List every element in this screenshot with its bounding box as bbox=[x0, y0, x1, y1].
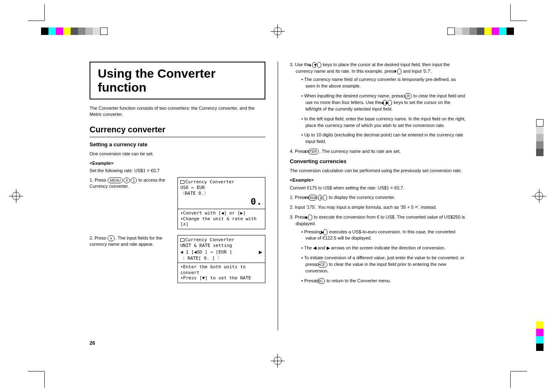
list-item: When inputting the desired currency name… bbox=[302, 93, 466, 113]
screen-text: ◀ 1 [◀SD ] → [EUR ] bbox=[180, 249, 257, 255]
crosshair-icon bbox=[271, 354, 285, 368]
screen-text: Currency Converter bbox=[185, 237, 234, 242]
right-key-icon: ▶ bbox=[388, 100, 392, 106]
crop-mark bbox=[502, 363, 527, 388]
screen-hint: •Press [▼] to set the RATE bbox=[180, 275, 263, 281]
left-column: Using the Converter function The Convert… bbox=[90, 62, 265, 351]
body-text: Set the following rate: US$1 = €0.7 bbox=[90, 168, 265, 174]
list-item: The ◀ and ▶ arrows on the screen indicat… bbox=[302, 245, 466, 251]
down-key-icon: ▼ bbox=[317, 62, 321, 68]
page-content: Using the Converter function The Convert… bbox=[90, 62, 465, 351]
left-key-icon: ◀ bbox=[308, 214, 312, 220]
key-1-icon: 1 bbox=[323, 195, 327, 201]
tab-icon bbox=[180, 238, 184, 242]
section-rule bbox=[90, 137, 265, 137]
list-item: The currency name field of currency conv… bbox=[302, 76, 466, 90]
screen-value: 0. bbox=[180, 196, 263, 208]
intro-text: The Converter function consists of two c… bbox=[90, 105, 265, 118]
list-item: Press ESC to return to the Converter men… bbox=[302, 278, 466, 284]
registration-bottom bbox=[0, 355, 555, 367]
crop-mark bbox=[28, 4, 53, 29]
right-key-icon: ▶ bbox=[323, 229, 327, 235]
step-3: 3. Use the ▲▼ keys to place the cursor a… bbox=[290, 62, 466, 145]
enter-key-icon: ENTER bbox=[308, 149, 319, 154]
screen-text: USD ⇔ EUR bbox=[180, 185, 263, 191]
example-label: <Example> bbox=[90, 160, 265, 166]
step-text: 2. Press bbox=[90, 235, 107, 240]
page-title: Using the Converter function bbox=[98, 67, 257, 95]
step-text: . The currency name and its rate are set… bbox=[319, 149, 401, 154]
step-text: and input '0.7'. bbox=[402, 69, 432, 74]
tab-icon bbox=[180, 180, 184, 184]
step-4: 4. Press ENTER. The currency name and it… bbox=[290, 148, 466, 155]
esc-key-icon: ESC bbox=[318, 278, 325, 284]
screen-text: Currency Converter bbox=[185, 179, 234, 184]
screen-text: 〈RATE 0.〉 bbox=[180, 191, 263, 196]
crop-mark bbox=[502, 4, 527, 29]
right-arrow-icon: ▶ bbox=[259, 249, 262, 256]
body-text: The conversion calculation can be perfor… bbox=[290, 168, 466, 174]
body-text: One conversion rate can be set. bbox=[90, 151, 265, 157]
screen-text: 〈 RATE[ 0. ] 〉 bbox=[180, 256, 263, 261]
list-item: Up to 10 digits (excluding the decimal p… bbox=[302, 132, 466, 145]
down-key-icon: ▼ bbox=[397, 69, 401, 74]
crosshair-icon bbox=[271, 24, 285, 38]
page-number: 26 bbox=[90, 340, 95, 346]
page-title-box: Using the Converter function bbox=[90, 62, 265, 99]
menu-key-icon: MENU bbox=[108, 178, 123, 183]
screen-hint: •Change the unit & rate with [∧] bbox=[180, 216, 263, 228]
crop-mark bbox=[28, 363, 53, 388]
device-screen-2: Currency Converter UNIT & RATE setting ◀… bbox=[177, 235, 265, 283]
screen-hint: •Convert with [◀] or [▶] bbox=[180, 210, 263, 216]
key-1-icon: 1 bbox=[131, 178, 137, 183]
list-item: Pressing ▶ executes a US$-to-euro conver… bbox=[302, 229, 466, 242]
screen-text: UNIT & RATE setting bbox=[180, 243, 263, 249]
subsection-heading: Converting currencies bbox=[290, 158, 466, 164]
device-screen-1: Currency Converter USD ⇔ EUR 〈RATE 0.〉 0… bbox=[177, 177, 265, 229]
crosshair-icon bbox=[532, 189, 546, 203]
list-item: To initiate conversion of a different va… bbox=[302, 255, 466, 274]
step-text: 1. Press bbox=[90, 178, 107, 182]
step-1: 1. Press MENU41 to access the Currency c… bbox=[90, 177, 265, 229]
example-label: <Example> bbox=[290, 177, 466, 183]
key-4-icon: 4 bbox=[124, 178, 130, 183]
cce-key-icon: C•CE bbox=[318, 262, 327, 267]
right-column: 3. Use the ▲▼ keys to place the cursor a… bbox=[290, 62, 466, 351]
color-bars-right bbox=[536, 119, 543, 156]
list-item: In the left input field, enter the base … bbox=[302, 116, 466, 129]
conv-step-2: 2. Input '175'. You may input a simple f… bbox=[290, 204, 466, 211]
subsection-heading: Setting a currency rate bbox=[90, 141, 265, 148]
color-bars-right bbox=[536, 321, 543, 351]
section-heading: Currency converter bbox=[90, 125, 265, 134]
clr-key-icon: CLR bbox=[404, 93, 412, 99]
step-2: 2. Press ∧. The input fields for the cur… bbox=[90, 235, 265, 283]
screen-hint: •Enter the both units to convert bbox=[180, 264, 263, 276]
conv-step-1: 1. Press MENU41 to display the currency … bbox=[290, 194, 466, 201]
body-text: Convert €175 to US$ when setting the rat… bbox=[290, 185, 466, 191]
registration-top bbox=[0, 25, 555, 37]
crosshair-icon bbox=[9, 189, 23, 203]
up-key-icon: ∧ bbox=[108, 235, 115, 241]
conv-step-3: 3. Press ◀ to execute the conversion fro… bbox=[290, 214, 466, 284]
